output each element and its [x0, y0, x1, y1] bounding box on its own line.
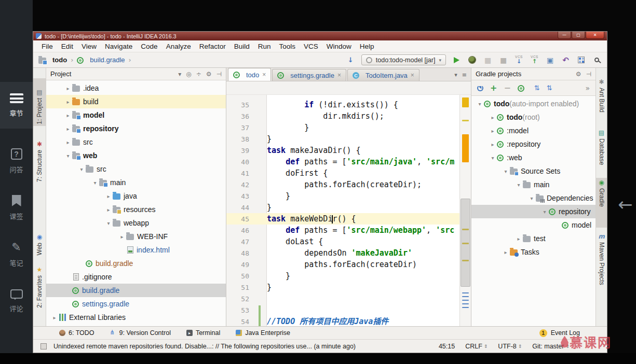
settings-icon[interactable]: ⚙ [576, 71, 581, 78]
toolbar-vcs-commit-button[interactable]: VCS↑ [530, 55, 539, 65]
toolbar-run-button[interactable] [452, 55, 462, 65]
run-configuration-select[interactable]: todo:todo-model [jar] ▾ [361, 54, 446, 65]
tool-tab-ant-build[interactable]: ✱Ant Build [596, 77, 607, 122]
chevron-down-icon[interactable]: ▾ [476, 101, 484, 107]
more-icon[interactable]: » [585, 84, 590, 92]
menu-item-edit[interactable]: Edit [57, 43, 77, 50]
project-tree-item-build-gradle[interactable]: build.gradle [46, 257, 226, 270]
chevron-down-icon[interactable]: ▾ [489, 155, 497, 161]
chevron-down-icon[interactable]: ▾ [454, 72, 457, 78]
project-tree-item-src[interactable]: ▸src [46, 135, 226, 149]
chevron-right-icon[interactable]: ▸ [64, 113, 72, 118]
tool-tab-web[interactable]: Web◉ [33, 228, 46, 257]
code-line-39[interactable]: 39task makeJavaDir() { [226, 145, 459, 156]
project-tree-item-repository[interactable]: ▸repository [46, 122, 226, 135]
chevron-right-icon[interactable]: ▸ [64, 139, 72, 145]
tool-tab-database[interactable]: ▤Database [596, 128, 607, 173]
toolbar-debug-button[interactable] [467, 55, 477, 65]
project-tree-item-web[interactable]: ▾web [46, 149, 226, 162]
gradle-tree-item-todo[interactable]: ▾todo (auto-import enabled) [471, 97, 596, 110]
gradle-tree-item-repository[interactable]: ▾repository [471, 205, 596, 218]
toolbar-project-structure-button[interactable] [576, 55, 586, 65]
toolbar-search-button[interactable] [592, 55, 602, 65]
chevron-down-icon[interactable]: ▾ [64, 153, 72, 159]
chevron-right-icon[interactable]: ▸ [64, 99, 72, 105]
player-tab-comments[interactable]: 评论 [0, 278, 33, 325]
locate-icon[interactable]: ◎ [186, 71, 191, 78]
chevron-right-icon[interactable]: ▸ [502, 249, 510, 255]
project-tree-item-build-gradle[interactable]: build.gradle [46, 284, 226, 297]
editor-scrollbar[interactable] [459, 95, 471, 326]
menu-item-view[interactable]: View [77, 43, 101, 50]
tool-tab-maven-projects[interactable]: mMaven Projects [596, 232, 607, 294]
settings-icon[interactable]: ⚙ [206, 71, 212, 78]
chevron-down-icon[interactable]: ▾ [178, 71, 181, 78]
gradle-tree-item-test[interactable]: ▸test [471, 232, 596, 245]
code-line-52[interactable]: 52 [226, 293, 459, 304]
menu-item-window[interactable]: Window [322, 43, 356, 50]
gradle-tree-item-web[interactable]: ▾:web [471, 151, 596, 164]
code-line-53[interactable]: 53 [226, 304, 459, 316]
menu-item-analyze[interactable]: Analyze [162, 43, 195, 50]
chevron-right-icon[interactable]: ▸ [489, 115, 497, 120]
expand-all-icon[interactable]: ⇅ [534, 84, 540, 92]
collapse-all-icon[interactable]: ÷ [196, 71, 201, 78]
toolbar-undo-button[interactable]: ↶ [561, 55, 571, 65]
project-tree-item-build[interactable]: ▸build [46, 95, 226, 108]
project-tree-item-idea[interactable]: ▸.idea [46, 81, 226, 95]
breadcrumb-item-todo[interactable]: todo [38, 56, 67, 64]
menu-item-run[interactable]: Run [254, 43, 275, 50]
minimize-button[interactable]: — [558, 32, 571, 39]
remove-icon[interactable]: − [504, 83, 510, 93]
menu-item-file[interactable]: File [37, 43, 57, 50]
gradle-tree-item-dependencies[interactable]: ▾Dependencies [471, 191, 596, 205]
status-widget-45-15[interactable]: 45:15 [439, 343, 455, 350]
status-message[interactable]: Unindexed remote maven repositories foun… [53, 343, 356, 350]
project-tree-item-external-libraries[interactable]: ▸External Libraries [46, 311, 226, 324]
sort-button[interactable]: ↓ [346, 55, 356, 65]
tool-tab-gradle[interactable]: ◉Gradle [596, 178, 607, 228]
code-line-35[interactable]: 35 if (!dir.exists()) { [226, 99, 459, 110]
project-tree-item-src[interactable]: ▾src [46, 162, 226, 176]
chevron-down-icon[interactable]: ▾ [77, 166, 86, 172]
editor-tab-settings-gradle[interactable]: settings.gradle× [272, 69, 346, 81]
code-line-44[interactable]: 44} [226, 202, 459, 213]
chevron-right-icon[interactable]: ▸ [489, 128, 497, 134]
title-bar[interactable]: todo - [D:\intellijws\todo] - todo - Int… [33, 32, 607, 40]
chevron-down-icon[interactable]: ▾ [91, 180, 99, 186]
close-icon[interactable]: × [411, 72, 414, 79]
list-icon[interactable]: ≡ [462, 72, 467, 78]
chevron-right-icon[interactable]: ▸ [64, 86, 72, 91]
maximize-button[interactable]: ▢ [572, 32, 585, 39]
player-tab-notes[interactable]: ✎笔记 [0, 231, 33, 278]
code-line-38[interactable]: 38} [226, 133, 459, 145]
code-editor[interactable]: 35 if (!dir.exists()) {36 dir.mkdirs();3… [226, 95, 471, 326]
status-widget-crlf[interactable]: CRLF⇕ [465, 343, 488, 350]
project-tree-item-resources[interactable]: ▸resources [46, 203, 226, 216]
menu-item-vcs[interactable]: VCS [300, 43, 322, 50]
project-tree-item-settings-gradle[interactable]: settings.gradle [46, 297, 226, 311]
code-line-36[interactable]: 36 dir.mkdirs(); [226, 110, 459, 122]
toolwindow-button-6-todo[interactable]: 6: TODO [59, 329, 94, 337]
menu-item-tools[interactable]: Tools [275, 43, 300, 50]
editor-tab-todoitem-java[interactable]: CTodoItem.java× [347, 69, 420, 81]
editor-tab-todo[interactable]: todo× [228, 68, 271, 81]
chevron-down-icon[interactable]: ▾ [502, 169, 510, 174]
tool-tab-1-project[interactable]: 1: Project▤ [33, 78, 46, 126]
close-icon[interactable]: × [262, 71, 266, 78]
player-back-arrow[interactable]: ← [618, 194, 633, 215]
toolbar-changes-button[interactable]: ▣ [545, 55, 555, 65]
gradle-tree-item-source-sets[interactable]: ▾Source Sets [471, 164, 596, 178]
code-line-42[interactable]: 42 paths.forEach(createDir); [226, 179, 459, 190]
code-line-50[interactable]: 50 } [226, 270, 459, 282]
refresh-icon[interactable] [477, 85, 483, 91]
menu-item-refactor[interactable]: Refactor [195, 43, 230, 50]
gradle-tree-item-tasks[interactable]: ▸Tasks [471, 245, 596, 259]
code-line-46[interactable]: 46 def paths = ['src/main/webapp', 'src [226, 225, 459, 236]
toolbar-coverage-button[interactable]: ▦ [483, 55, 493, 65]
code-line-51[interactable]: 51} [226, 282, 459, 293]
toolbar-stop-button[interactable]: ■ [498, 55, 508, 65]
pin-icon[interactable]: ⊣ [586, 71, 591, 78]
status-widget-utf-8[interactable]: UTF-8⇕ [498, 343, 522, 350]
chevron-down-icon[interactable]: ▾ [527, 195, 536, 201]
